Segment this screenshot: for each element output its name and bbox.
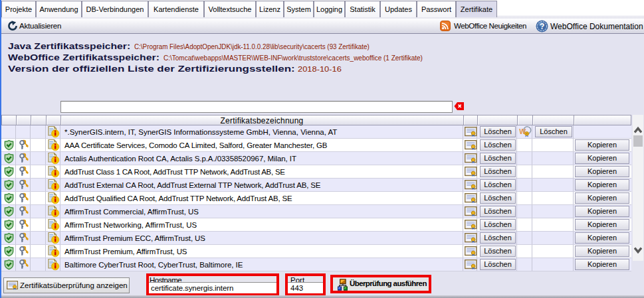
svg-text:?: ? xyxy=(540,22,544,31)
